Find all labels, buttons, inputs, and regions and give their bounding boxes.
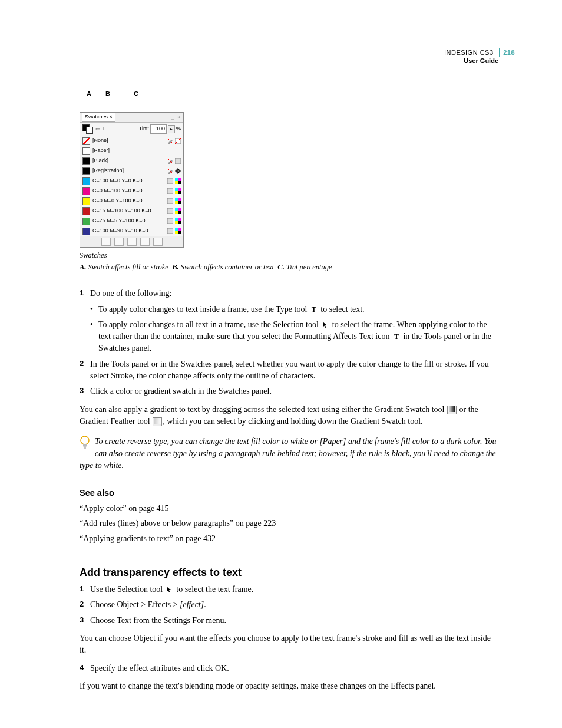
svg-rect-30 bbox=[175, 218, 178, 221]
svg-rect-40 bbox=[154, 418, 161, 424]
lightbulb-icon bbox=[80, 436, 91, 453]
step-3: 3 Click a color or gradient swatch in th… bbox=[80, 386, 497, 397]
section-heading: Add transparency effects to text bbox=[80, 565, 497, 580]
swatch-label: [Black] bbox=[92, 157, 165, 164]
swatch-chip bbox=[82, 218, 90, 225]
swatch-chip bbox=[82, 147, 90, 155]
bullet-2: • To apply color changes to all text in … bbox=[80, 319, 497, 355]
svg-rect-14 bbox=[167, 188, 173, 194]
selection-tool-icon bbox=[166, 586, 174, 594]
svg-rect-9 bbox=[167, 178, 173, 184]
sec2-step-3: 3 Choose Text from the Settings For menu… bbox=[80, 615, 497, 627]
svg-rect-22 bbox=[175, 201, 178, 204]
svg-point-41 bbox=[81, 436, 89, 444]
see-also-heading: See also bbox=[80, 487, 497, 499]
swatch-row: [Paper] bbox=[80, 146, 183, 156]
footer-btn bbox=[127, 238, 137, 246]
svg-rect-31 bbox=[178, 218, 181, 221]
svg-rect-29 bbox=[167, 218, 173, 224]
svg-rect-26 bbox=[178, 208, 181, 211]
figure-callouts: A B C bbox=[80, 90, 497, 112]
cmyk-icon bbox=[175, 198, 181, 204]
swatch-row: [Black] bbox=[80, 156, 183, 166]
swatch-chip bbox=[82, 187, 90, 195]
swatch-chip bbox=[82, 228, 90, 235]
see-also-link[interactable]: “Applying gradients to text” on page 432 bbox=[80, 533, 497, 545]
swatch-row: C=100 M=90 Y=10 K=0 bbox=[80, 226, 183, 236]
sec2-step-2: 2 Choose Object > Effects > [effect]. bbox=[80, 599, 497, 611]
cmyk-icon bbox=[175, 228, 181, 234]
formatting-affects-text-icon: T bbox=[392, 333, 401, 341]
figure-caption: Swatches bbox=[80, 250, 497, 261]
svg-rect-18 bbox=[178, 191, 181, 194]
see-also-link[interactable]: “Add rules (lines) above or below paragr… bbox=[80, 518, 497, 529]
panel-tab-bar: Swatches × _ × bbox=[80, 113, 183, 123]
swatch-row: C=0 M=100 Y=0 K=0 bbox=[80, 186, 183, 196]
lock-pencil-icon bbox=[167, 168, 173, 174]
swatch-row: [Registration] bbox=[80, 166, 183, 176]
bullet-1: • To apply color changes to text inside … bbox=[80, 304, 497, 315]
lock-pencil-icon bbox=[167, 138, 173, 144]
step-1: 1 Do one of the following: bbox=[80, 288, 497, 299]
swatch-label: C=100 M=0 Y=0 K=0 bbox=[92, 177, 165, 185]
see-also-link[interactable]: “Apply color” on page 415 bbox=[80, 503, 497, 515]
swatch-label: [Registration] bbox=[92, 167, 165, 174]
swatch-row: C=15 M=100 Y=100 K=0 bbox=[80, 206, 183, 216]
svg-rect-36 bbox=[178, 228, 181, 231]
sec2-paragraph-1: You can choose Object if you want the ef… bbox=[80, 633, 497, 657]
step-2: 2 In the Tools panel or in the Swatches … bbox=[80, 358, 497, 383]
svg-rect-21 bbox=[178, 198, 181, 201]
sec2-step-1: 1 Use the Selection tool to select the t… bbox=[80, 584, 497, 595]
swatch-label: [Paper] bbox=[92, 147, 178, 154]
page-number: 218 bbox=[499, 48, 515, 57]
svg-rect-27 bbox=[175, 211, 178, 214]
footer-btn bbox=[114, 238, 124, 246]
tint-dropdown-icon: ▸ bbox=[168, 125, 175, 133]
panel-footer bbox=[80, 236, 183, 247]
footer-btn bbox=[140, 238, 150, 246]
formatting-affects-icons: ▭ T bbox=[95, 125, 105, 133]
color-mode-icon bbox=[167, 178, 173, 184]
svg-rect-34 bbox=[167, 228, 173, 234]
swatch-chip bbox=[82, 177, 90, 185]
swatch-chip bbox=[82, 137, 90, 145]
swatches-panel-figure: Swatches × _ × ▭ T Tint: 100 ▸ % [None][… bbox=[80, 112, 184, 248]
svg-rect-35 bbox=[175, 228, 178, 231]
svg-rect-17 bbox=[175, 191, 178, 194]
swatch-row: C=100 M=0 Y=0 K=0 bbox=[80, 176, 183, 186]
svg-rect-25 bbox=[175, 208, 178, 211]
svg-rect-20 bbox=[175, 198, 178, 201]
svg-rect-4 bbox=[175, 158, 181, 164]
swatch-list: [None][Paper][Black][Registration]C=100 … bbox=[80, 136, 183, 236]
swatch-row: C=75 M=5 Y=100 K=0 bbox=[80, 216, 183, 226]
svg-rect-39 bbox=[448, 406, 455, 412]
swatch-chip bbox=[82, 197, 90, 205]
sec2-paragraph-2: If you want to change the text's blendin… bbox=[80, 680, 497, 692]
swatch-chip bbox=[82, 207, 90, 215]
panel-tab-label: Swatches × bbox=[82, 113, 115, 121]
svg-rect-11 bbox=[178, 178, 181, 181]
cmyk-icon bbox=[175, 208, 181, 214]
lock-pencil-icon bbox=[167, 158, 173, 164]
color-mode-icon bbox=[167, 198, 173, 204]
svg-rect-10 bbox=[175, 178, 178, 181]
svg-rect-38 bbox=[178, 231, 181, 234]
gradient-swatch-tool-icon bbox=[447, 406, 457, 414]
svg-rect-24 bbox=[167, 208, 173, 214]
none-icon bbox=[175, 138, 181, 144]
color-mode-icon bbox=[167, 188, 173, 194]
svg-rect-28 bbox=[178, 211, 181, 214]
panel-tint-row: ▭ T Tint: 100 ▸ % bbox=[80, 123, 183, 136]
color-mode-icon bbox=[167, 218, 173, 224]
svg-rect-37 bbox=[175, 231, 178, 234]
svg-rect-23 bbox=[178, 201, 181, 204]
swatch-label: C=75 M=5 Y=100 K=0 bbox=[92, 217, 165, 225]
svg-rect-33 bbox=[178, 221, 181, 224]
color-mode-icon bbox=[167, 228, 173, 234]
gradient-feather-tool-icon bbox=[153, 417, 162, 426]
gradient-paragraph: You can also apply a gradient to text by… bbox=[80, 404, 497, 428]
tint-percent: % bbox=[176, 125, 181, 133]
product-name: INDESIGN CS3 bbox=[444, 49, 494, 56]
footer-btn bbox=[153, 238, 163, 246]
svg-rect-12 bbox=[175, 181, 178, 184]
